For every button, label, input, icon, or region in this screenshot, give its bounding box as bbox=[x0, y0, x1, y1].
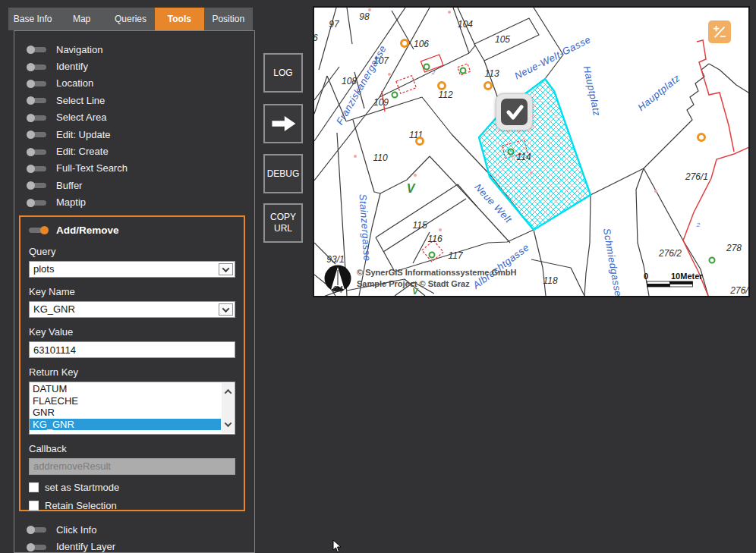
return-key-list[interactable]: DATUMFLAECHEGNRKG_GNR bbox=[29, 382, 235, 435]
parcel-label: 98 bbox=[359, 11, 369, 22]
tab-queries[interactable]: Queries bbox=[106, 8, 155, 30]
sidebar-item-label: Identify bbox=[56, 61, 88, 72]
addremove-title: Add/Remove bbox=[56, 225, 119, 236]
tab-base-info[interactable]: Base Info bbox=[8, 8, 57, 30]
return-key-option[interactable]: GNR bbox=[30, 407, 221, 419]
poi-green-icon bbox=[508, 149, 515, 156]
key-name-select-value: KG_GNR bbox=[33, 303, 75, 315]
tab-tools[interactable]: Tools bbox=[155, 8, 203, 30]
retain-checkbox[interactable] bbox=[29, 501, 39, 511]
sidebar-item-label: Full-Text Search bbox=[56, 162, 128, 174]
chevron-down-icon[interactable] bbox=[219, 263, 233, 275]
key-value-input[interactable] bbox=[29, 341, 235, 358]
tab-position[interactable]: Position bbox=[204, 8, 253, 30]
toggle-off-icon[interactable] bbox=[27, 181, 46, 189]
parcel-label: 93/1 bbox=[326, 254, 344, 265]
sidebar-item-select-line[interactable]: Select Line bbox=[14, 92, 254, 108]
scrollbar[interactable] bbox=[222, 383, 234, 433]
tools-panel: NavigationIdentifyLocationSelect LineSel… bbox=[14, 30, 255, 553]
key-name-select[interactable]: KG_GNR bbox=[29, 301, 235, 318]
toggle-off-icon[interactable] bbox=[27, 96, 46, 104]
next-button[interactable] bbox=[263, 104, 303, 143]
sidebar-item-identify-layer[interactable]: Identify Layer bbox=[14, 538, 254, 553]
poi-orange-icon bbox=[484, 81, 493, 90]
sidebar-item-edit-create[interactable]: Edit: Create bbox=[14, 143, 254, 159]
point-marker bbox=[439, 228, 442, 231]
sidebar-item-label: Maptip bbox=[56, 196, 86, 208]
parcel-label: 112 bbox=[438, 90, 452, 100]
parcel-label: 105 bbox=[495, 34, 510, 45]
sidebar-item-maptip[interactable]: Maptip bbox=[14, 194, 254, 211]
query-label: Query bbox=[29, 246, 235, 257]
poi-orange-icon bbox=[697, 133, 706, 142]
tool-list-bottom: Click InfoIdentify Layer bbox=[14, 521, 254, 553]
scroll-up-icon[interactable] bbox=[224, 389, 232, 397]
return-key-option[interactable]: DATUM bbox=[30, 383, 221, 395]
return-key-option[interactable]: KG_GNR bbox=[30, 419, 221, 431]
sidebar-item-label: Navigation bbox=[56, 44, 102, 55]
poi-green-icon bbox=[429, 252, 436, 259]
startmode-checkbox-label: set as Startmode bbox=[45, 482, 119, 493]
sidebar-item-label: Edit: Update bbox=[56, 129, 111, 140]
sidebar-item-navigation[interactable]: Navigation bbox=[14, 41, 254, 58]
parcel-label: 94 bbox=[332, 284, 342, 295]
parcel-label: 106 bbox=[414, 39, 429, 49]
sidebar-item-label: Click Info bbox=[56, 524, 96, 536]
query-select[interactable]: plots bbox=[29, 261, 235, 278]
scale-bar bbox=[647, 281, 693, 287]
startmode-checkbox-row[interactable]: set as Startmode bbox=[29, 482, 235, 493]
sidebar-item-label: Edit: Create bbox=[56, 146, 109, 157]
parcel-label: 109 bbox=[373, 97, 389, 108]
sidebar-item-buffer[interactable]: Buffer bbox=[14, 177, 254, 193]
scroll-down-icon[interactable] bbox=[224, 419, 232, 427]
scale-distance: 10Meter bbox=[671, 272, 703, 281]
copy-url-button[interactable]: COPY URL bbox=[263, 203, 303, 243]
tool-list: NavigationIdentifyLocationSelect LineSel… bbox=[14, 41, 254, 211]
tab-map[interactable]: Map bbox=[57, 8, 106, 30]
toggle-off-icon[interactable] bbox=[27, 63, 46, 71]
toggle-off-icon[interactable] bbox=[27, 526, 46, 533]
toggle-off-icon[interactable] bbox=[27, 114, 46, 121]
parcel-label: 113 bbox=[484, 68, 499, 79]
chevron-down-icon[interactable] bbox=[219, 303, 233, 316]
parcel-label: 118 bbox=[543, 275, 557, 286]
toggle-off-icon[interactable] bbox=[27, 148, 46, 156]
parcel-label: 117 bbox=[448, 250, 462, 261]
parcel-label: 278 bbox=[726, 243, 742, 253]
toggle-off-icon[interactable] bbox=[27, 199, 46, 206]
confirm-selection-button[interactable] bbox=[496, 93, 533, 130]
checkmark-icon bbox=[501, 99, 528, 125]
addremove-section: Add/Remove Query plots Key Name KG_GNR K… bbox=[19, 215, 245, 511]
point-marker bbox=[388, 73, 391, 76]
sidebar-item-location[interactable]: Location bbox=[14, 75, 254, 92]
sidebar-item-full-text-search[interactable]: Full-Text Search bbox=[14, 160, 254, 177]
point-marker bbox=[414, 174, 417, 177]
right-arrow-icon bbox=[268, 112, 298, 135]
callback-label: Callback bbox=[29, 443, 235, 454]
sidebar-item-label: Identify Layer bbox=[56, 541, 115, 552]
query-select-value: plots bbox=[33, 263, 54, 275]
sidebar-item-select-area[interactable]: Select Area bbox=[14, 109, 254, 126]
startmode-checkbox[interactable] bbox=[29, 482, 39, 492]
toggle-off-icon[interactable] bbox=[27, 46, 46, 53]
toggle-off-icon[interactable] bbox=[27, 165, 46, 172]
sidebar-item-identify[interactable]: Identify bbox=[14, 58, 254, 74]
toggle-off-icon[interactable] bbox=[27, 543, 46, 551]
map-viewport[interactable]: 9697981041051061071081091101111121131141… bbox=[313, 6, 750, 297]
addremove-toggle[interactable] bbox=[29, 226, 49, 234]
poi-green-icon bbox=[709, 257, 716, 264]
debug-button[interactable]: DEBUG bbox=[263, 154, 303, 193]
toggle-off-icon[interactable] bbox=[27, 80, 46, 87]
point-marker bbox=[354, 155, 357, 158]
sidebar-item-click-info[interactable]: Click Info bbox=[14, 521, 254, 538]
return-key-option[interactable]: FLAECHE bbox=[30, 395, 221, 407]
toggle-off-icon[interactable] bbox=[27, 130, 46, 138]
retain-checkbox-row[interactable]: Retain Selection bbox=[29, 500, 235, 511]
add-remove-mode-icon[interactable] bbox=[708, 20, 731, 43]
sidebar-item-label: Select Line bbox=[56, 95, 105, 106]
log-button[interactable]: LOG bbox=[263, 53, 303, 93]
point-marker bbox=[530, 171, 533, 174]
annotation-number: 2 bbox=[517, 154, 520, 161]
retain-checkbox-label: Retain Selection bbox=[45, 500, 117, 511]
sidebar-item-edit-update[interactable]: Edit: Update bbox=[14, 126, 254, 143]
